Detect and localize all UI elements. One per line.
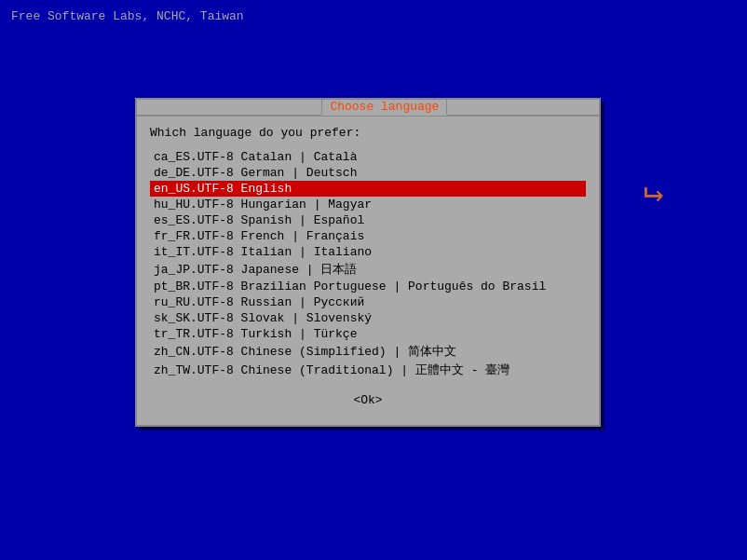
language-item-pt_BR[interactable]: pt_BR.UTF-8 Brazilian Portuguese | Portu… (150, 279, 586, 294)
ok-button[interactable]: <Ok> (349, 392, 386, 408)
dialog-content: Which language do you prefer: ca_ES.UTF-… (137, 116, 599, 425)
language-item-ca_ES[interactable]: ca_ES.UTF-8 Catalan | Català (150, 149, 586, 165)
dialog-title-bar: Choose language (137, 100, 599, 116)
language-item-ja_JP[interactable]: ja_JP.UTF-8 Japanese | 日本語 (150, 260, 586, 279)
language-item-es_ES[interactable]: es_ES.UTF-8 Spanish | Español (150, 212, 586, 228)
header-text: Free Software Labs, NCHC, Taiwan (4, 4, 251, 29)
language-item-hu_HU[interactable]: hu_HU.UTF-8 Hungarian | Magyar (150, 197, 586, 212)
language-item-zh_TW[interactable]: zh_TW.UTF-8 Chinese (Traditional) | 正體中文… (150, 361, 586, 379)
language-item-it_IT[interactable]: it_IT.UTF-8 Italian | Italiano (150, 244, 586, 260)
language-item-en_US[interactable]: en_US.UTF-8 English (150, 181, 586, 197)
arrow-indicator: ↵ (644, 171, 664, 212)
dialog-footer: <Ok> (150, 392, 586, 412)
dialog-title: Choose language (321, 99, 447, 116)
language-item-ru_RU[interactable]: ru_RU.UTF-8 Russian | Русский (150, 294, 586, 310)
language-dialog: Choose language Which language do you pr… (135, 98, 601, 427)
language-item-fr_FR[interactable]: fr_FR.UTF-8 French | Français (150, 228, 586, 244)
language-item-zh_CN[interactable]: zh_CN.UTF-8 Chinese (Simplified) | 简体中文 (150, 342, 586, 361)
language-list: ca_ES.UTF-8 Catalan | Catalàde_DE.UTF-8 … (150, 149, 586, 379)
dialog-question: Which language do you prefer: (150, 126, 586, 140)
language-item-tr_TR[interactable]: tr_TR.UTF-8 Turkish | Türkçe (150, 326, 586, 342)
language-item-de_DE[interactable]: de_DE.UTF-8 German | Deutsch (150, 165, 586, 181)
language-item-sk_SK[interactable]: sk_SK.UTF-8 Slovak | Slovenský (150, 310, 586, 326)
